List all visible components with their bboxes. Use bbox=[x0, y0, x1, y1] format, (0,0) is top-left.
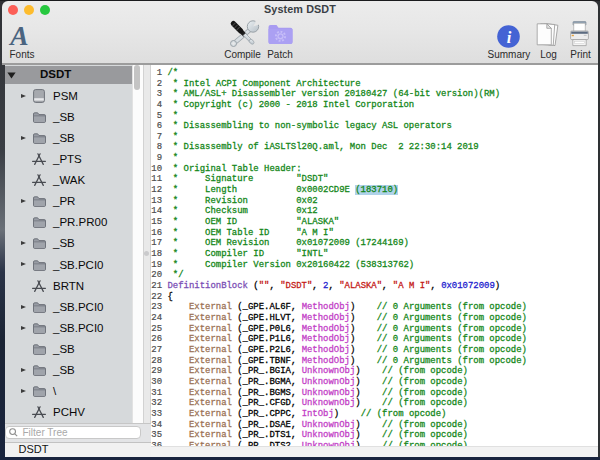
svg-text:i: i bbox=[507, 28, 512, 47]
